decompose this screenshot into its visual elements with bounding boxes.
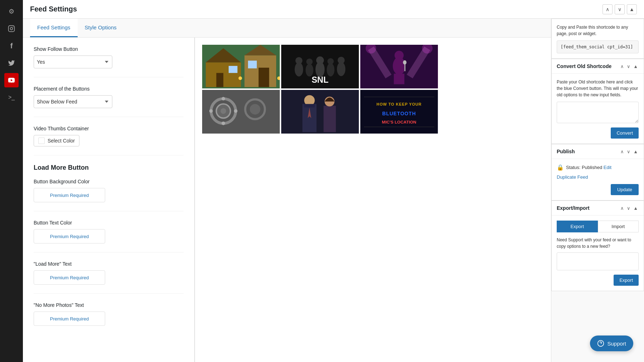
duplicate-feed-link[interactable]: Duplicate Feed [557, 174, 639, 180]
btn-text-color-group: Button Text Color Premium Required [34, 220, 184, 252]
export-import-panel: Export/Import ∧ ∨ ▲ Export Import Need S… [551, 201, 644, 291]
shortcode-description: Copy and Paste this shortcode to any pag… [557, 24, 639, 37]
export-import-controls: ∧ ∨ ▲ [620, 206, 639, 211]
show-follow-button-select[interactable]: Yes No [34, 55, 112, 68]
svg-point-31 [403, 60, 406, 64]
svg-rect-46 [281, 90, 359, 134]
placement-label: Placement of the Buttons [34, 86, 184, 92]
content-area: Feed Settings Style Options Show Follow … [23, 19, 644, 362]
preview-area: SNL [195, 38, 445, 362]
video-thumb-1[interactable] [202, 45, 280, 88]
svg-point-18 [306, 58, 313, 65]
shortcode-panel: Copy and Paste this shortcode to any pag… [551, 19, 644, 59]
load-more-section: Load More Button Button Background Color… [34, 164, 184, 334]
svg-point-42 [221, 97, 225, 101]
no-more-photos-label: "No More Photos" Text [34, 302, 184, 308]
collapse-button[interactable]: ▲ [627, 4, 637, 14]
tabs-bar: Feed Settings Style Options [23, 19, 551, 38]
svg-rect-6 [216, 73, 224, 87]
convert-panel-controls: ∧ ∨ ▲ [620, 64, 639, 69]
publish-panel-header: Publish ∧ ∨ ▲ [552, 144, 644, 159]
publish-chevron-up[interactable]: ∧ [620, 149, 625, 154]
ei-collapse[interactable]: ▲ [633, 206, 639, 211]
publish-panel: Publish ∧ ∨ ▲ 🔒 Status: Published Edit [551, 144, 644, 201]
convert-description: Paste your Old shortcode here and click … [557, 79, 639, 98]
load-more-text-label: "Load More" Text [34, 261, 184, 267]
status-icon: 🔒 [557, 164, 564, 171]
svg-point-16 [296, 57, 303, 64]
svg-point-12 [239, 77, 242, 80]
svg-point-22 [327, 58, 334, 64]
svg-point-24 [338, 57, 345, 64]
convert-collapse[interactable]: ▲ [633, 64, 639, 69]
chevron-down-button[interactable]: ∨ [615, 4, 625, 14]
export-tab[interactable]: Export [557, 221, 598, 232]
svg-point-44 [209, 109, 213, 113]
video-thumb-3[interactable] [360, 45, 438, 88]
video-thumb-6[interactable]: HOW TO KEEP YOUR BLUETOOTH MIC'S LOCATIO… [360, 90, 438, 134]
load-more-text-premium-box: Premium Required [34, 270, 105, 285]
svg-rect-7 [229, 66, 238, 73]
select-color-label: Select Color [48, 138, 75, 144]
btn-bg-premium-box: Premium Required [34, 188, 105, 202]
btn-bg-premium-link[interactable]: Premium Required [50, 193, 89, 198]
svg-point-45 [234, 109, 238, 113]
svg-text:HOW TO KEEP YOUR: HOW TO KEEP YOUR [376, 102, 421, 106]
tab-style-options[interactable]: Style Options [78, 19, 124, 37]
video-thumb-2[interactable]: SNL [281, 45, 359, 88]
export-input[interactable] [557, 252, 639, 270]
tab-feed-settings[interactable]: Feed Settings [30, 19, 78, 37]
svg-point-20 [316, 56, 324, 64]
update-button[interactable]: Update [611, 184, 639, 195]
svg-point-23 [337, 62, 346, 76]
publish-panel-body: 🔒 Status: Published Edit Duplicate Feed … [552, 159, 644, 200]
status-text: Status: Published Edit [566, 165, 611, 170]
publish-collapse[interactable]: ▲ [633, 149, 639, 154]
placement-group: Placement of the Buttons Show Below Feed… [34, 86, 184, 117]
export-button[interactable]: Export [614, 275, 639, 286]
btn-bg-color-group: Button Background Color Premium Required [34, 179, 184, 211]
load-more-title: Load More Button [34, 164, 184, 172]
sidebar-icon-instagram[interactable] [4, 21, 19, 36]
svg-point-43 [221, 122, 225, 125]
publish-chevron-down[interactable]: ∨ [626, 149, 631, 154]
export-description: Need Support with your feed or want to c… [557, 237, 639, 250]
convert-panel-header: Convert Old Shortcode ∧ ∨ ▲ [552, 59, 644, 74]
svg-point-39 [220, 108, 226, 114]
svg-rect-49 [304, 104, 315, 107]
sidebar-icon-terminal[interactable]: >_ [4, 90, 19, 105]
btn-text-premium-link[interactable]: Premium Required [50, 234, 89, 239]
no-more-photos-premium-link[interactable]: Premium Required [50, 316, 89, 322]
import-tab[interactable]: Import [598, 221, 639, 232]
convert-panel: Convert Old Shortcode ∧ ∨ ▲ Paste your O… [551, 59, 644, 144]
convert-shortcode-input[interactable] [557, 102, 639, 123]
sidebar-icon-gear[interactable]: ⚙ [4, 4, 19, 19]
sidebar-icon-facebook[interactable]: f [4, 39, 19, 53]
video-grid: SNL [202, 45, 438, 134]
sidebar-icon-twitter[interactable] [4, 56, 19, 70]
sidebar-icon-youtube[interactable] [4, 73, 19, 87]
page-title: Feed Settings [30, 5, 77, 13]
ei-chevron-down[interactable]: ∨ [626, 206, 631, 211]
svg-rect-29 [394, 74, 405, 85]
svg-text:SNL: SNL [312, 75, 328, 85]
svg-rect-0 [9, 26, 15, 32]
convert-button[interactable]: Convert [611, 127, 639, 139]
load-more-text-premium-link[interactable]: Premium Required [50, 275, 89, 280]
right-sidebar: Copy and Paste this shortcode to any pag… [551, 19, 644, 362]
support-icon [597, 340, 604, 347]
svg-text:BLUETOOTH: BLUETOOTH [382, 111, 416, 116]
ei-chevron-up[interactable]: ∧ [620, 206, 625, 211]
svg-point-28 [395, 51, 404, 60]
edit-link[interactable]: Edit [604, 165, 611, 170]
convert-chevron-down[interactable]: ∨ [626, 64, 631, 69]
video-thumb-5[interactable] [281, 90, 359, 134]
video-thumb-4[interactable] [202, 90, 280, 134]
support-button[interactable]: Support [590, 336, 633, 351]
shortcode-value[interactable]: [feed_them_social cpt_id=31] [557, 40, 639, 53]
placement-select[interactable]: Show Below Feed Show Above Feed [34, 95, 112, 108]
convert-chevron-up[interactable]: ∧ [620, 64, 625, 69]
chevron-up-button[interactable]: ∧ [602, 4, 613, 14]
select-color-button[interactable]: Select Color [34, 135, 79, 146]
svg-rect-11 [248, 61, 257, 68]
